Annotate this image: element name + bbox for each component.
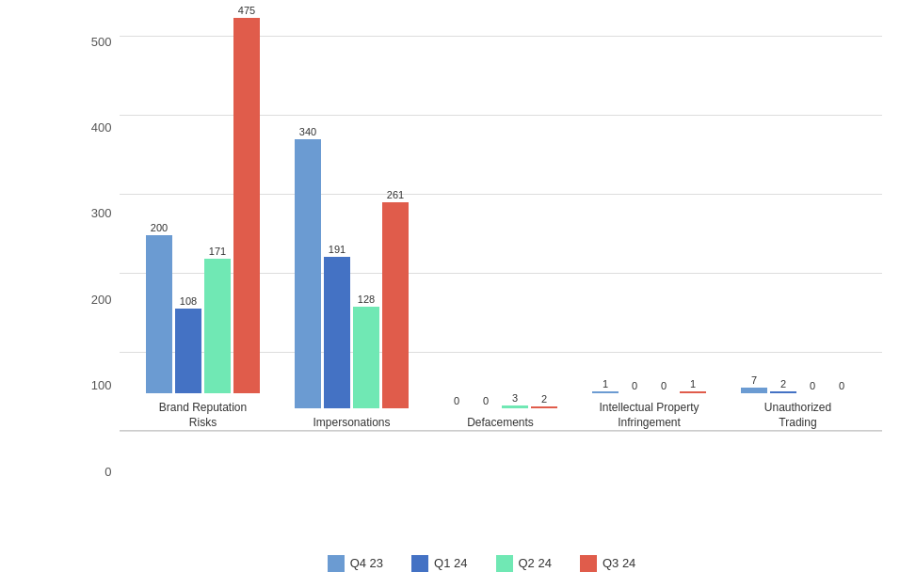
bars-row: 340191128261 <box>295 126 409 408</box>
category-group: 200108171475Brand ReputationRisks <box>129 5 278 430</box>
chart-container: 0100200300400500200108171475Brand Reputa… <box>16 17 901 572</box>
bar <box>741 388 767 393</box>
legend-item: Q4 23 <box>328 555 383 572</box>
bar-wrapper: 0 <box>621 380 648 393</box>
bar-value: 0 <box>839 380 844 391</box>
bar-value: 2 <box>541 393 547 405</box>
bar-value: 1 <box>690 378 696 389</box>
legend-item: Q2 24 <box>496 555 552 572</box>
bar <box>146 235 172 393</box>
bar <box>204 259 231 394</box>
bar-value: 1 <box>603 378 608 389</box>
bar-value: 128 <box>358 294 375 305</box>
bars-row: 0032 <box>443 392 557 408</box>
bar-value: 0 <box>632 380 637 391</box>
grid-line <box>120 431 882 432</box>
chart-area: 0100200300400500200108171475Brand Reputa… <box>72 36 882 478</box>
bar-wrapper: 261 <box>382 189 409 408</box>
category-group: 340191128261Impersonations <box>278 126 426 430</box>
bar-value: 171 <box>209 246 226 257</box>
bar-wrapper: 200 <box>146 222 172 393</box>
y-axis: 0100200300400500 <box>72 36 120 478</box>
bar-wrapper: 1 <box>680 378 706 393</box>
legend-label: Q4 23 <box>350 556 383 570</box>
bar-wrapper: 128 <box>353 294 379 408</box>
plot-area: 200108171475Brand ReputationRisks3401911… <box>120 36 882 431</box>
y-axis-label: 100 <box>72 379 120 391</box>
category-group: 0032Defacements <box>426 392 575 430</box>
bar-value: 7 <box>751 374 757 386</box>
bar-wrapper: 2 <box>770 378 796 393</box>
y-axis-label: 0 <box>72 466 120 478</box>
bars-row: 1001 <box>592 378 706 393</box>
legend-color-box <box>580 555 597 572</box>
bar-wrapper: 3 <box>502 392 528 408</box>
legend-item: Q1 24 <box>411 555 467 572</box>
bar-wrapper: 2 <box>531 393 557 408</box>
bar-value: 0 <box>661 380 667 391</box>
bar <box>233 18 260 393</box>
bar-wrapper: 171 <box>204 246 231 394</box>
bar-value: 0 <box>810 380 815 391</box>
category-label: UnauthorizedTrading <box>764 401 831 430</box>
bar-value: 108 <box>180 295 197 307</box>
category-label: Impersonations <box>313 416 390 431</box>
bar-value: 2 <box>780 378 786 389</box>
legend-label: Q3 24 <box>603 556 635 570</box>
chart-legend: Q4 23Q1 24Q2 24Q3 24 <box>63 546 901 572</box>
bar-wrapper: 1 <box>592 378 619 393</box>
legend-label: Q2 24 <box>519 556 552 570</box>
bars-row: 7200 <box>741 374 855 393</box>
y-axis-label: 400 <box>72 121 120 134</box>
bar-wrapper: 0 <box>828 380 855 393</box>
category-group: 7200UnauthorizedTrading <box>724 374 873 430</box>
bar <box>770 391 796 393</box>
legend-item: Q3 24 <box>580 555 635 572</box>
bar-value: 0 <box>483 395 489 406</box>
bar <box>592 391 619 393</box>
bar <box>175 309 201 394</box>
bar-value: 261 <box>387 189 404 200</box>
bar-wrapper: 108 <box>175 295 201 394</box>
bar-wrapper: 191 <box>324 244 350 407</box>
legend-color-box <box>328 555 345 572</box>
legend-color-box <box>496 555 513 572</box>
bar <box>324 257 350 407</box>
bar <box>531 406 557 408</box>
bar-value: 3 <box>512 392 518 404</box>
bar-wrapper: 0 <box>651 380 677 393</box>
category-label: Intellectual PropertyInfringement <box>599 401 699 430</box>
bar-value: 0 <box>454 395 459 406</box>
bar-value: 200 <box>151 222 168 233</box>
legend-color-box <box>411 555 428 572</box>
bar-wrapper: 7 <box>741 374 767 393</box>
bars-row: 200108171475 <box>146 5 260 393</box>
bar-wrapper: 0 <box>443 395 470 408</box>
legend-label: Q1 24 <box>434 556 467 570</box>
category-label: Brand ReputationRisks <box>159 401 247 430</box>
y-axis-label: 200 <box>72 294 120 306</box>
bar <box>295 139 321 408</box>
category-label: Defacements <box>467 416 534 431</box>
category-group: 1001Intellectual PropertyInfringement <box>575 378 724 430</box>
bars-wrapper: 200108171475Brand ReputationRisks3401911… <box>120 36 882 431</box>
bar-wrapper: 340 <box>295 126 321 408</box>
bar <box>353 307 379 408</box>
bar-value: 191 <box>329 244 346 255</box>
bar-wrapper: 475 <box>233 5 260 393</box>
bar <box>680 391 706 393</box>
bar-wrapper: 0 <box>473 395 499 408</box>
y-axis-label: 300 <box>72 207 120 219</box>
bar <box>382 202 409 408</box>
bar-value: 340 <box>299 126 316 137</box>
bar <box>502 405 528 408</box>
bar-value: 475 <box>238 5 255 16</box>
bar-wrapper: 0 <box>799 380 826 393</box>
y-axis-label: 500 <box>72 36 120 48</box>
